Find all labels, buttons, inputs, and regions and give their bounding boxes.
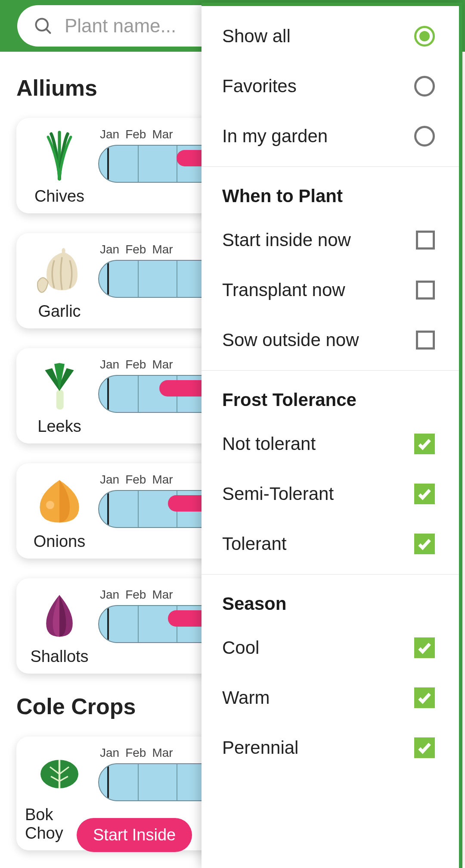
plant-name: Chives [34,187,84,206]
search-icon [34,16,53,35]
filter-section-title: Season [202,580,459,623]
filter-panel: Show allFavoritesIn my garden When to Pl… [202,3,462,868]
filter-radio-option[interactable]: Show all [202,11,459,61]
filter-option-label: Semi-Tolerant [222,484,334,504]
filter-section: SeasonCoolWarmPerennial [202,575,459,778]
plant-name: Garlic [38,302,81,321]
filter-checkbox-option[interactable]: Perennial [202,723,459,773]
filter-option-label: In my garden [222,126,328,147]
checkbox-checked-icon[interactable] [414,687,435,708]
filter-checkbox-option[interactable]: Semi-Tolerant [202,469,459,519]
filter-checkbox-option[interactable]: Not tolerant [202,419,459,469]
garlic-icon [29,243,90,299]
svg-line-1 [46,29,50,33]
filter-checkbox-option[interactable]: Transplant now [202,265,459,315]
chives-icon [29,128,90,184]
svg-point-3 [46,501,54,509]
radio-button-icon[interactable] [414,126,435,147]
checkbox-checked-icon[interactable] [414,484,435,504]
plant-name: Leeks [37,417,81,436]
filter-option-label: Perennial [222,737,298,758]
filter-option-label: Not tolerant [222,434,316,454]
svg-rect-2 [56,390,64,410]
filter-checkbox-option[interactable]: Start inside now [202,215,459,265]
checkbox-checked-icon[interactable] [414,637,435,658]
filter-option-label: Transplant now [222,280,345,300]
filter-section: Frost ToleranceNot tolerantSemi-Tolerant… [202,371,459,575]
filter-option-label: Show all [222,26,291,47]
plant-name: Shallots [30,647,88,666]
filter-radio-option[interactable]: In my garden [202,111,459,161]
filter-checkbox-option[interactable]: Tolerant [202,519,459,569]
filter-radio-option[interactable]: Favorites [202,61,459,111]
legend-start-inside[interactable]: Start Inside [77,818,192,852]
radio-button-icon[interactable] [414,26,435,47]
filter-section-title: When to Plant [202,172,459,215]
filter-checkbox-option[interactable]: Cool [202,623,459,673]
checkbox-checked-icon[interactable] [414,737,435,758]
filter-checkbox-option[interactable]: Warm [202,673,459,723]
filter-section-scope: Show allFavoritesIn my garden [202,6,459,167]
plant-name: Onions [34,532,85,551]
filter-option-label: Start inside now [222,230,351,250]
checkbox-checked-icon[interactable] [414,434,435,454]
filter-option-label: Warm [222,687,270,708]
checkbox-checked-icon[interactable] [414,534,435,554]
leeks-icon [29,358,90,414]
checkbox-unchecked-icon[interactable] [416,231,435,250]
onions-icon [29,473,90,529]
bokchoy-icon [29,746,90,802]
radio-button-icon[interactable] [414,76,435,97]
filter-option-label: Sow outside now [222,330,359,350]
checkbox-unchecked-icon[interactable] [416,281,435,300]
shallots-icon [29,588,90,644]
checkbox-unchecked-icon[interactable] [416,331,435,350]
filter-option-label: Tolerant [222,534,286,554]
filter-section: When to PlantStart inside nowTransplant … [202,167,459,371]
filter-section-title: Frost Tolerance [202,376,459,419]
filter-option-label: Favorites [222,76,297,97]
filter-option-label: Cool [222,637,259,658]
filter-checkbox-option[interactable]: Sow outside now [202,315,459,365]
